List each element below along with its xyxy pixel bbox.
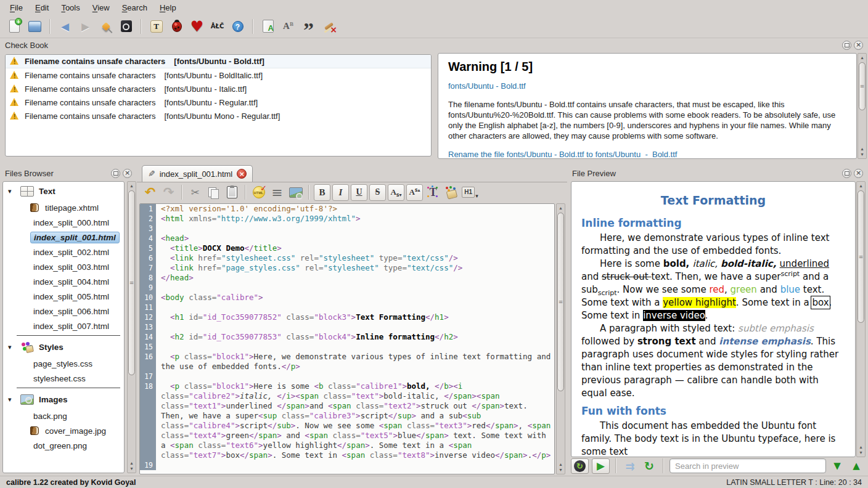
preview-search-input[interactable] <box>669 458 826 473</box>
spell-check-icon[interactable] <box>260 18 276 35</box>
heading-menu-icon[interactable] <box>462 184 478 201</box>
file-item[interactable]: index_split_003.html <box>3 259 124 274</box>
scroll-up2-icon[interactable]: ▴ <box>857 444 865 450</box>
clean-css-icon[interactable] <box>321 18 337 35</box>
warning-row[interactable]: Filename contains unsafe characters[font… <box>6 96 431 109</box>
scroll-down-icon[interactable]: ▾ <box>557 467 565 473</box>
close-panel-icon[interactable] <box>854 169 863 178</box>
run-preview-button[interactable] <box>592 458 610 474</box>
file-item[interactable]: stylesheet.css <box>3 371 124 386</box>
transform-case-icon[interactable] <box>280 18 297 35</box>
underline-icon[interactable] <box>351 184 367 201</box>
editor-scrollbar[interactable]: ▴ ▴ ▾ <box>556 203 565 474</box>
auto-reload-button[interactable] <box>571 458 589 474</box>
scroll-down-icon[interactable]: ▾ <box>128 466 136 471</box>
save-icon[interactable] <box>27 18 43 35</box>
warning-rename-link[interactable]: Rename the file fonts/Ubuntu - Bold.ttf … <box>448 150 846 159</box>
pin-icon[interactable] <box>97 18 114 35</box>
preview-scrollbar[interactable]: ▴ ▴ ▾ <box>856 181 866 457</box>
file-item[interactable]: index_split_002.html <box>3 245 124 259</box>
section-text[interactable]: ▾Text <box>3 182 124 200</box>
warning-detail-scrollbar[interactable]: ▴ ▴ ▾ <box>858 53 867 159</box>
float-panel-icon[interactable] <box>842 169 851 178</box>
scroll-up-icon[interactable]: ▴ <box>858 55 866 60</box>
file-item[interactable]: page_styles.css <box>3 356 124 371</box>
follow-cursor-button[interactable] <box>622 458 638 474</box>
scrollbar-thumb[interactable] <box>859 62 866 110</box>
insert-image-icon[interactable] <box>287 184 304 201</box>
menu-edit[interactable]: Edit <box>29 1 55 14</box>
file-item[interactable]: index_split_007.html <box>3 319 124 333</box>
undo-nav-icon[interactable] <box>57 18 73 35</box>
menu-file[interactable]: File <box>4 1 29 14</box>
superscript-icon[interactable] <box>406 184 423 201</box>
files-scrollbar[interactable]: ▴ ▴ ▾ <box>127 181 136 473</box>
chevron-down-icon[interactable]: ▾ <box>8 343 15 351</box>
scroll-down-icon[interactable]: ▾ <box>857 450 865 455</box>
file-item[interactable]: index_split_006.html <box>3 304 124 319</box>
smarten-icon[interactable] <box>300 18 317 35</box>
file-item[interactable]: index_split_001.html <box>3 230 124 245</box>
file-item[interactable]: titlepage.xhtml <box>3 200 124 215</box>
scrollbar-thumb[interactable] <box>557 213 564 391</box>
subscript-icon[interactable] <box>388 184 404 201</box>
section-images[interactable]: ▾Images <box>3 390 124 409</box>
warning-row[interactable]: Filename contains unsafe characters[font… <box>6 109 431 123</box>
warning-file-link[interactable]: fonts/Ubuntu - Bold.ttf <box>448 81 846 91</box>
menu-tools[interactable]: Tools <box>55 1 86 14</box>
tab-index-split-001[interactable]: index_split_001.html × <box>142 165 253 182</box>
close-panel-icon[interactable] <box>123 169 132 178</box>
color-icon[interactable] <box>443 184 460 201</box>
font-tile-icon[interactable] <box>148 18 165 35</box>
cut-icon[interactable] <box>187 184 203 201</box>
tab-close-icon[interactable]: × <box>237 169 247 179</box>
special-chars-icon[interactable] <box>209 18 226 35</box>
italic-icon[interactable] <box>332 184 349 201</box>
bold-icon[interactable] <box>314 184 330 201</box>
scroll-up2-icon[interactable]: ▴ <box>557 462 565 467</box>
float-panel-icon[interactable] <box>842 41 851 50</box>
fix-html-icon[interactable] <box>250 184 267 201</box>
scroll-up-icon[interactable]: ▴ <box>557 205 565 211</box>
warning-row[interactable]: Filename contains unsafe characters[font… <box>6 82 431 96</box>
copy-icon[interactable] <box>205 184 222 201</box>
undo-icon[interactable] <box>142 184 158 201</box>
close-panel-icon[interactable] <box>854 41 863 50</box>
file-item[interactable]: index_split_005.html <box>3 289 124 304</box>
strike-icon[interactable] <box>369 184 386 201</box>
scroll-down-icon[interactable]: ▾ <box>858 152 866 157</box>
scrollbar-thumb[interactable] <box>128 190 135 375</box>
chevron-down-icon[interactable]: ▾ <box>8 396 15 404</box>
find-previous-button[interactable] <box>848 458 864 474</box>
file-item[interactable]: dot_green.png <box>3 438 124 453</box>
new-file-icon[interactable] <box>6 18 23 35</box>
special-char-icon[interactable] <box>425 184 441 201</box>
warning-row[interactable]: Filename contains unsafe characters[font… <box>6 68 431 82</box>
scroll-up-icon[interactable]: ▴ <box>128 183 136 189</box>
check-bug-icon[interactable] <box>168 18 185 35</box>
file-item[interactable]: index_split_004.html <box>3 274 124 289</box>
float-panel-icon[interactable] <box>111 169 120 178</box>
help-icon[interactable] <box>229 18 246 35</box>
scrollbar-thumb[interactable] <box>858 190 864 323</box>
embed-fonts-icon[interactable] <box>118 18 134 35</box>
code-editor[interactable]: 1<?xml version='1.0' encoding='utf-8'?>2… <box>139 203 555 474</box>
file-item[interactable]: index_split_000.html <box>3 215 124 230</box>
file-item[interactable]: cover_image.jpg <box>3 423 124 438</box>
file-item[interactable]: back.png <box>3 409 124 423</box>
chevron-down-icon[interactable]: ▾ <box>8 187 15 195</box>
section-styles[interactable]: ▾Styles <box>3 338 124 356</box>
menu-view[interactable]: View <box>86 1 116 14</box>
find-next-button[interactable] <box>829 458 845 474</box>
reload-preview-button[interactable] <box>641 458 657 474</box>
redo-icon[interactable] <box>160 184 177 201</box>
donate-icon[interactable] <box>189 18 205 35</box>
scroll-up2-icon[interactable]: ▴ <box>858 146 866 152</box>
beautify-icon[interactable] <box>269 184 285 201</box>
menu-search[interactable]: Search <box>116 1 154 14</box>
scroll-up-icon[interactable]: ▴ <box>857 183 865 189</box>
warning-row[interactable]: Filename contains unsafe characters[font… <box>6 55 431 68</box>
scroll-up2-icon[interactable]: ▴ <box>128 460 136 466</box>
redo-nav-icon[interactable] <box>77 18 94 35</box>
paste-icon[interactable] <box>224 184 240 201</box>
